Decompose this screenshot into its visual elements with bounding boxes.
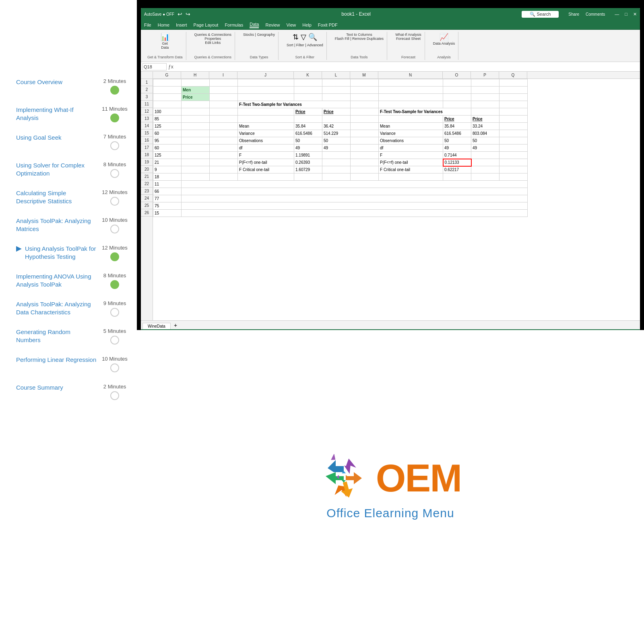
cell-l18[interactable] <box>322 152 351 159</box>
cell-i17[interactable] <box>210 144 238 152</box>
cell-l1[interactable] <box>322 79 351 87</box>
cell-n2[interactable] <box>379 87 443 94</box>
forecast-btn[interactable]: Forecast Sheet <box>396 37 421 41</box>
cell-h1[interactable] <box>182 79 210 87</box>
cell-k21[interactable] <box>294 173 322 181</box>
cell-p3[interactable] <box>471 94 500 101</box>
cell-k17[interactable]: 49 <box>294 144 322 152</box>
cell-g26[interactable]: 15 <box>153 210 182 217</box>
cell-o11[interactable] <box>443 101 471 108</box>
cell-i14[interactable] <box>210 123 238 130</box>
cell-h11[interactable] <box>182 101 210 108</box>
cell-k3[interactable] <box>294 94 322 101</box>
cell-g14[interactable]: 125 <box>153 123 182 130</box>
cell-h19[interactable] <box>182 159 210 166</box>
cell-g20[interactable]: 9 <box>153 166 182 173</box>
cell-j1[interactable] <box>238 79 294 87</box>
cell-i20[interactable] <box>210 166 238 173</box>
cell-i19[interactable] <box>210 159 238 166</box>
queries-btn[interactable]: Queries & Connections <box>194 33 232 37</box>
cell-i18[interactable] <box>210 152 238 159</box>
menu-file[interactable]: File <box>144 23 151 27</box>
cell-h2[interactable]: Men <box>182 87 210 94</box>
editlinks-btn[interactable]: Edit Links <box>194 41 232 45</box>
sidebar-item-10[interactable]: Performing Linear Regression10 Minutes <box>16 350 129 378</box>
cell-n1[interactable] <box>379 79 443 87</box>
cell-g18[interactable]: 125 <box>153 152 182 159</box>
cell-l3[interactable] <box>322 94 351 101</box>
flash-btn[interactable]: Flash Fill <box>335 37 349 41</box>
cell-g24[interactable]: 77 <box>153 195 182 202</box>
cell-p18[interactable] <box>471 152 500 159</box>
cell-l17[interactable]: 49 <box>322 144 351 152</box>
remove-dup-btn[interactable]: Remove Duplicates <box>352 37 384 41</box>
cell-h21[interactable] <box>182 173 210 181</box>
cell-o14[interactable]: 35.84 <box>443 123 471 130</box>
cell-h12[interactable] <box>182 108 210 116</box>
restore-btn[interactable]: □ <box>625 12 627 17</box>
menu-pagelayout[interactable]: Page Layout <box>194 23 219 27</box>
cell-k13[interactable] <box>294 116 322 123</box>
whatif-btn[interactable]: What-If Analysis <box>395 33 421 37</box>
cell-k20[interactable]: 1.60729 <box>294 166 322 173</box>
cell-o15[interactable]: 616.5486 <box>443 130 471 137</box>
cell-m19[interactable] <box>351 159 379 166</box>
cell-i11[interactable] <box>210 101 238 108</box>
cell-p21[interactable] <box>471 173 500 181</box>
sidebar-item-1[interactable]: Implementing What-If Analysis11 Minutes <box>16 100 129 128</box>
cell-h20[interactable] <box>182 166 210 173</box>
cell-j12[interactable] <box>238 108 294 116</box>
excel-menubar[interactable]: File Home Insert Page Layout Formulas Da… <box>141 20 640 30</box>
cell-rest25[interactable] <box>182 202 528 210</box>
cell-m18[interactable] <box>351 152 379 159</box>
cell-g3[interactable] <box>153 94 182 101</box>
cell-o19[interactable]: 0.12133 <box>443 159 471 166</box>
menu-insert[interactable]: Insert <box>176 23 187 27</box>
cell-g12[interactable]: 100 <box>153 108 182 116</box>
cell-ref-input[interactable] <box>142 63 167 70</box>
cell-h14[interactable] <box>182 123 210 130</box>
cell-q12[interactable] <box>500 108 528 116</box>
cell-g21[interactable]: 18 <box>153 173 182 181</box>
cell-h13[interactable] <box>182 116 210 123</box>
cell-l20[interactable] <box>322 166 351 173</box>
share-btn[interactable]: Share <box>568 12 579 17</box>
minimize-btn[interactable]: — <box>615 12 619 17</box>
cell-h16[interactable] <box>182 137 210 144</box>
cell-q15[interactable] <box>500 130 528 137</box>
cell-l13[interactable] <box>322 116 351 123</box>
cell-m16[interactable] <box>351 137 379 144</box>
cell-q21[interactable] <box>500 173 528 181</box>
advanced-btn[interactable]: Advanced <box>307 43 323 47</box>
cell-q17[interactable] <box>500 144 528 152</box>
cell-g13[interactable]: 85 <box>153 116 182 123</box>
cell-l14[interactable]: 36.42 <box>322 123 351 130</box>
cell-p1[interactable] <box>471 79 500 87</box>
menu-help[interactable]: Help <box>302 23 312 27</box>
search-box[interactable]: 🔍 Search <box>522 11 559 18</box>
cell-q18[interactable] <box>500 152 528 159</box>
cell-j21[interactable] <box>238 173 294 181</box>
cell-o18[interactable]: 0.7144 <box>443 152 471 159</box>
cell-q19[interactable] <box>500 159 528 166</box>
cell-m15[interactable] <box>351 130 379 137</box>
cell-q13[interactable] <box>500 116 528 123</box>
sheet-tab-winedata[interactable]: WineData <box>142 323 171 329</box>
cell-p12[interactable] <box>471 108 500 116</box>
cell-m1[interactable] <box>351 79 379 87</box>
close-btn[interactable]: ✕ <box>633 12 637 17</box>
cell-g25[interactable]: 75 <box>153 202 182 210</box>
cell-q2[interactable] <box>500 87 528 94</box>
get-data-btn[interactable]: Get <box>161 41 169 45</box>
cell-m3[interactable] <box>351 94 379 101</box>
sidebar-item-11[interactable]: Course Summary2 Minutes <box>16 378 129 406</box>
sidebar-item-3[interactable]: Using Solver for Complex Optimization8 M… <box>16 156 129 184</box>
cell-n11[interactable] <box>379 101 443 108</box>
dataanalysis-btn[interactable]: Data Analysis <box>433 41 455 45</box>
cell-n13[interactable] <box>379 116 443 123</box>
cell-m11[interactable] <box>351 101 379 108</box>
cell-q11[interactable] <box>500 101 528 108</box>
cell-i3[interactable] <box>210 94 238 101</box>
cell-n21[interactable] <box>379 173 443 181</box>
cell-h17[interactable] <box>182 144 210 152</box>
